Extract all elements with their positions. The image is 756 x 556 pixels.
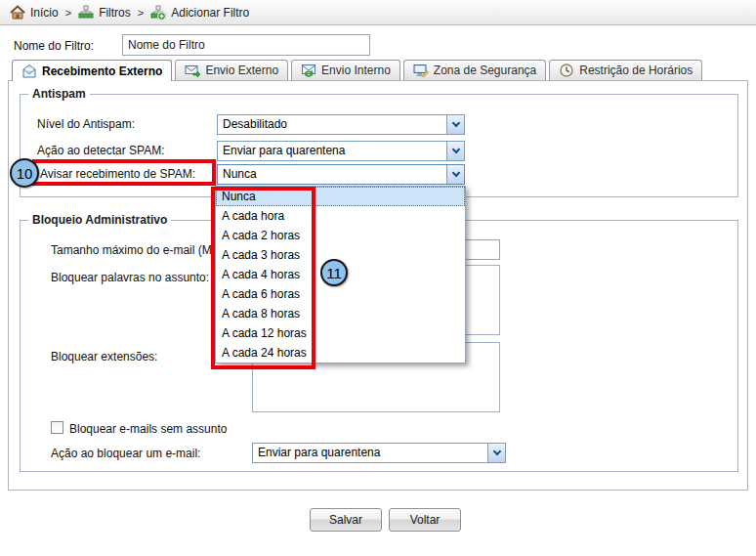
select-value: Desabilitado xyxy=(218,115,446,134)
avisar-recebimento-label: Avisar recebimento de SPAM: xyxy=(40,167,195,181)
back-button[interactable]: Voltar xyxy=(389,508,461,532)
org-chart-icon xyxy=(78,5,94,21)
dropdown-option[interactable]: A cada hora xyxy=(216,206,465,226)
nivel-antispam-select[interactable]: Desabilitado xyxy=(217,114,465,135)
home-icon xyxy=(10,5,25,21)
tab-recebimento-externo[interactable]: Recebimento Externo xyxy=(12,60,172,81)
bloquear-sem-assunto-label: Bloquear e-mails sem assunto xyxy=(69,422,227,436)
chevron-down-icon[interactable] xyxy=(446,165,464,184)
bloquear-extensoes-label: Bloquear extensões: xyxy=(51,350,157,364)
breadcrumb-filtros[interactable]: Filtros xyxy=(78,5,131,21)
annotation-badge-11: 11 xyxy=(320,259,348,286)
filter-name-label: Nome do Filtro: xyxy=(14,39,94,53)
breadcrumb-adicionar-filtro: Adicionar Filtro xyxy=(150,5,249,21)
acao-detectar-spam-label: Ação ao detectar SPAM: xyxy=(37,144,165,157)
tab-envio-externo[interactable]: Envio Externo xyxy=(175,60,288,80)
tab-restricao-de-horarios[interactable]: Restrição de Horários xyxy=(549,60,702,80)
breadcrumb-separator: > xyxy=(138,7,144,19)
chevron-down-icon[interactable] xyxy=(487,444,505,462)
chevron-down-icon[interactable] xyxy=(446,115,464,134)
dropdown-option[interactable]: A cada 2 horas xyxy=(216,226,465,245)
dropdown-option[interactable]: A cada 8 horas xyxy=(216,304,465,323)
bloquear-palavras-label: Bloquear palavras no assunto: xyxy=(51,271,209,284)
tab-label: Envio Interno xyxy=(321,64,391,77)
breadcrumb-label: Início xyxy=(30,6,59,20)
breadcrumb-label: Filtros xyxy=(99,6,131,20)
select-value: Enviar para quarentena xyxy=(253,444,487,462)
filter-name-input[interactable] xyxy=(122,34,370,56)
tamanho-maximo-label: Tamanho máximo do e-mail (M xyxy=(51,243,212,257)
tab-label: Envio Externo xyxy=(205,64,278,77)
envelope-send-icon xyxy=(185,63,200,78)
breadcrumb: Início > Filtros > xyxy=(0,0,756,25)
dropdown-option[interactable]: Nunca xyxy=(216,187,465,206)
dropdown-option[interactable]: A cada 12 horas xyxy=(216,323,465,343)
tab-zona-de-seguranca[interactable]: Zona de Segurança xyxy=(403,60,546,80)
avisar-recebimento-select[interactable]: Nunca xyxy=(217,164,465,185)
select-value: Nunca xyxy=(218,165,446,184)
bloquear-sem-assunto-checkbox[interactable] xyxy=(51,421,63,434)
tab-label: Recebimento Externo xyxy=(42,64,162,78)
acao-bloquear-label: Ação ao bloquear um e-mail: xyxy=(51,447,200,460)
dropdown-option[interactable]: A cada 6 horas xyxy=(216,284,465,304)
breadcrumb-label: Adicionar Filtro xyxy=(171,6,249,20)
acao-bloquear-select[interactable]: Enviar para quarentena xyxy=(252,443,506,463)
clock-icon xyxy=(559,63,574,78)
annotation-badge-10: 10 xyxy=(10,158,39,188)
tab-label: Restrição de Horários xyxy=(579,64,693,77)
monitor-edit-icon xyxy=(413,63,429,78)
tab-strip: Recebimento Externo Envio Externo xyxy=(12,60,702,81)
save-button[interactable]: Salvar xyxy=(310,508,382,532)
org-chart-add-icon xyxy=(150,5,166,21)
tab-label: Zona de Segurança xyxy=(434,64,536,77)
page: Início > Filtros > xyxy=(0,0,756,556)
breadcrumb-separator: > xyxy=(65,7,71,19)
nivel-antispam-label: Nível do Antispam: xyxy=(37,117,135,131)
acao-detectar-spam-select[interactable]: Enviar para quarentena xyxy=(217,141,465,161)
bloqueio-legend: Bloqueio Administrativo xyxy=(28,213,171,227)
antispam-legend: Antispam xyxy=(28,87,90,101)
dropdown-option[interactable]: A cada 24 horas xyxy=(216,343,465,363)
select-value: Enviar para quarentena xyxy=(218,142,446,160)
open-envelope-icon xyxy=(21,64,37,79)
tab-envio-interno[interactable]: Envio Interno xyxy=(291,60,400,80)
envelope-sync-icon xyxy=(301,63,316,78)
breadcrumb-inicio[interactable]: Início xyxy=(10,5,59,21)
chevron-down-icon[interactable] xyxy=(446,142,464,160)
